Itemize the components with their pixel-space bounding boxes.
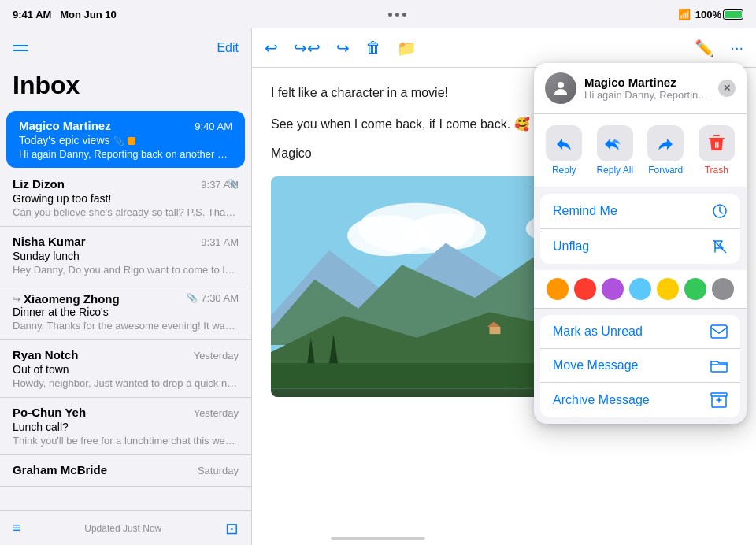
email-list: Magico Martinez 9:40 AM Today's epic vie… <box>0 109 251 510</box>
forwarded-icon: ↪ <box>13 294 20 305</box>
filter-button[interactable]: ≡ <box>13 520 21 536</box>
popup-header-info: Magico Martinez Hi again Danny, Reportin… <box>584 76 710 101</box>
svg-rect-20 <box>715 142 717 148</box>
email-time: 9:40 AM <box>195 120 232 132</box>
forward-svg-icon <box>656 135 675 152</box>
folder-icon <box>710 358 728 373</box>
email-sender: Liz Dizon <box>13 177 65 191</box>
svg-rect-19 <box>713 135 720 136</box>
reply-action-button[interactable]: Reply <box>540 125 588 176</box>
popup-card: Magico Martinez Hi again Danny, Reportin… <box>534 63 747 424</box>
email-sender: Nisha Kumar <box>13 235 86 248</box>
trash-action-button[interactable]: Trash <box>693 125 741 176</box>
status-right: 📶 100% <box>678 9 743 20</box>
compose-button[interactable]: ⊡ <box>225 519 239 538</box>
avatar-icon <box>551 79 570 98</box>
mark-unread-menu-item[interactable]: Mark as Unread <box>540 315 740 349</box>
wifi-icon: 📶 <box>678 9 691 20</box>
color-yellow[interactable] <box>657 278 679 300</box>
unflag-menu-item[interactable]: Unflag <box>540 229 740 264</box>
app-container: Edit Inbox Magico Martinez 9:40 AM Today… <box>0 28 756 545</box>
email-item[interactable]: Graham McBride Saturday <box>0 455 251 487</box>
svg-point-17 <box>558 82 564 88</box>
email-item[interactable]: ↪ Xiaomeng Zhong 📎 7:30 AM Dinner at the… <box>0 284 251 340</box>
email-preview: Danny, Thanks for the awesome evening! I… <box>13 320 239 332</box>
reply-all-svg-icon <box>605 135 625 152</box>
inbox-title: Inbox <box>13 71 239 100</box>
popup-preview-text: Hi again Danny, Reporting back o... <box>584 89 710 101</box>
mark-unread-label: Mark as Unread <box>553 324 643 339</box>
svg-rect-18 <box>709 138 724 139</box>
popup-close-button[interactable]: ✕ <box>718 80 736 97</box>
email-item[interactable]: Magico Martinez 9:40 AM Today's epic vie… <box>6 111 245 168</box>
email-preview: Think you'll be free for a lunchtime cha… <box>13 435 239 447</box>
move-message-label: Move Message <box>553 358 639 373</box>
footer-status: Updated Just Now <box>84 523 161 534</box>
email-item[interactable]: Po-Chun Yeh Yesterday Lunch call? Think … <box>0 398 251 455</box>
flag-icon <box>128 137 135 145</box>
list-toolbar: Edit <box>0 28 251 68</box>
reply-action-icon <box>546 125 582 161</box>
email-list-footer: ≡ Updated Just Now ⊡ <box>0 510 251 545</box>
forward-label: Forward <box>648 165 683 176</box>
sidebar-toggle-button[interactable] <box>13 40 35 56</box>
inbox-title-row: Inbox <box>0 68 251 109</box>
email-item[interactable]: Ryan Notch Yesterday Out of town Howdy, … <box>0 340 251 398</box>
unflag-label: Unflag <box>553 239 589 254</box>
status-time: 9:41 AM Mon Jun 10 <box>13 9 117 20</box>
email-preview: Hi again Danny, Reporting back on anothe… <box>19 148 232 160</box>
email-subject: Out of town <box>13 363 239 376</box>
move-message-menu-item[interactable]: Move Message <box>540 349 740 383</box>
color-purple[interactable] <box>602 278 624 300</box>
status-center <box>388 13 406 17</box>
remind-me-menu-item[interactable]: Remind Me <box>540 194 740 229</box>
email-list-panel: Edit Inbox Magico Martinez 9:40 AM Today… <box>0 28 252 545</box>
popup-avatar <box>545 72 576 104</box>
reply-svg-icon <box>554 135 573 152</box>
reply-all-action-icon <box>597 125 633 161</box>
archive-message-label: Archive Message <box>553 393 650 407</box>
archive-message-menu-item[interactable]: Archive Message <box>540 383 740 417</box>
reply-all-action-button[interactable]: Reply All <box>591 125 639 176</box>
popup-header: Magico Martinez Hi again Danny, Reportin… <box>534 63 747 114</box>
email-item[interactable]: Nisha Kumar 9:31 AM Sunday lunch Hey Dan… <box>0 227 251 284</box>
email-subject: Today's epic views <box>19 134 110 146</box>
svg-rect-21 <box>717 142 719 148</box>
email-detail-panel: ↩ ↪↩ ↪ 🗑 📁 ✏️ ··· I felt like a characte… <box>252 28 756 545</box>
color-teal[interactable] <box>629 278 651 300</box>
email-preview: Howdy, neighbor, Just wanted to drop a q… <box>13 377 239 389</box>
email-time: 9:31 AM <box>201 236 239 248</box>
trash-action-icon <box>699 125 735 161</box>
color-red[interactable] <box>574 278 596 300</box>
attachment-icon: 📎 <box>187 293 198 303</box>
status-bar: 9:41 AM Mon Jun 10 📶 100% <box>0 0 756 28</box>
forward-action-button[interactable]: Forward <box>642 125 690 176</box>
svg-rect-25 <box>711 393 727 396</box>
email-sender: Xiaomeng Zhong <box>24 292 120 306</box>
popup-overlay: Magico Martinez Hi again Danny, Reportin… <box>252 28 756 545</box>
color-green[interactable] <box>684 278 706 300</box>
email-subject: Sunday lunch <box>13 250 239 262</box>
forward-action-icon <box>647 125 684 161</box>
flag-slash-icon <box>712 239 728 254</box>
email-time: Saturday <box>198 465 239 476</box>
email-subject: Growing up too fast! <box>13 192 239 205</box>
color-gray[interactable] <box>712 278 734 300</box>
email-preview: Hey Danny, Do you and Rigo want to come … <box>13 264 239 276</box>
battery-indicator: 100% <box>695 9 743 20</box>
email-item[interactable]: Liz Dizon 9:37 AM Growing up too fast! C… <box>0 169 251 227</box>
email-time: Yesterday <box>194 350 239 361</box>
email-preview: Can you believe she's already so tall? P… <box>13 206 239 218</box>
attachment-icon: 📎 <box>228 179 239 189</box>
remind-me-label: Remind Me <box>553 204 617 218</box>
email-time: 7:30 AM <box>201 292 239 304</box>
popup-menu-2: Mark as Unread Move Message <box>540 315 740 417</box>
reply-label: Reply <box>552 165 576 176</box>
color-orange[interactable] <box>547 278 569 300</box>
edit-button[interactable]: Edit <box>217 41 239 55</box>
battery-bar <box>723 9 743 20</box>
email-sender: Magico Martinez <box>19 119 111 132</box>
trash-svg-icon <box>708 134 725 153</box>
archive-icon <box>710 392 728 408</box>
attachment-icon: 📎 <box>113 136 124 146</box>
